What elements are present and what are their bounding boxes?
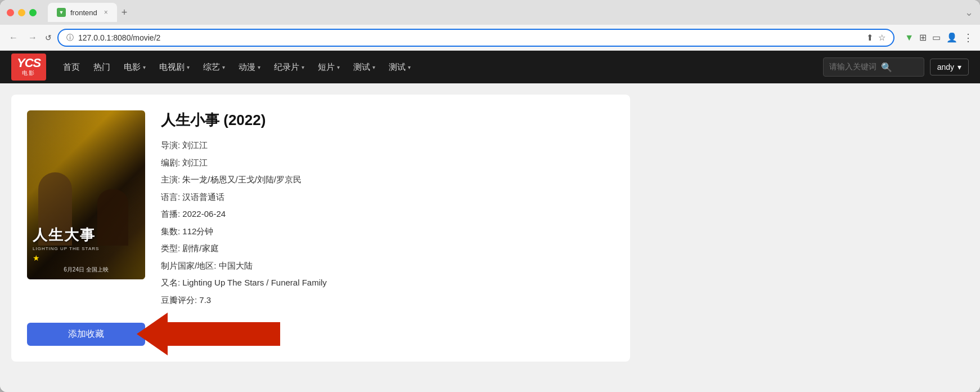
- movie-info-row: 人生大事 LIGHTING UP THE STARS ★ 6月24日 全国上映 …: [27, 110, 614, 311]
- apps-icon[interactable]: ⊞: [919, 32, 927, 43]
- address-bar[interactable]: ⓘ 127.0.0.1:8080/movie/2 ⬆ ☆: [57, 29, 894, 47]
- search-placeholder-text: 请输入关键词: [829, 62, 876, 72]
- detail-region: 制片国家/地区: 中国大陆: [161, 260, 614, 273]
- profile-icon[interactable]: 👤: [946, 32, 957, 43]
- movie-title: 人生小事 (2022): [161, 110, 614, 130]
- action-row: 添加收藏: [27, 322, 614, 346]
- arrow-head: [137, 313, 168, 355]
- user-menu-button[interactable]: andy ▾: [930, 59, 969, 75]
- detail-episodes: 集数: 112分钟: [161, 225, 614, 238]
- lock-icon: ⓘ: [66, 33, 74, 43]
- nav-item-tv[interactable]: 电视剧▾: [154, 57, 195, 77]
- detail-language: 语言: 汉语普通话: [161, 191, 614, 204]
- refresh-button[interactable]: ↺: [45, 33, 52, 42]
- main-content: 人生大事 LIGHTING UP THE STARS ★ 6月24日 全国上映 …: [0, 83, 980, 392]
- detail-airdate: 首播: 2022-06-24: [161, 208, 614, 221]
- nav-item-anime[interactable]: 动漫▾: [233, 57, 266, 77]
- nav-item-hot[interactable]: 热门: [88, 57, 116, 77]
- arrow-shaft: [168, 322, 280, 346]
- tab-favicon-icon: [57, 8, 66, 17]
- nav-item-test2[interactable]: 测试▾: [383, 57, 416, 77]
- movie-poster: 人生大事 LIGHTING UP THE STARS ★ 6月24日 全国上映: [27, 110, 145, 279]
- browser-window: frontend × + ⌄ ← → ↺ ⓘ 127.0.0.1:8080/mo…: [0, 0, 980, 392]
- search-area: 请输入关键词 🔍 andy ▾: [823, 57, 969, 77]
- detail-cast: 主演: 朱一龙/杨恩又/王戈/刘陆/罗京民: [161, 173, 614, 186]
- nav-item-movies[interactable]: 电影▾: [118, 57, 151, 77]
- nav-item-test1[interactable]: 测试▾: [348, 57, 381, 77]
- movie-details: 人生小事 (2022) 导演: 刘江江 编剧: 刘江江 主演: 朱一龙/杨恩又/…: [161, 110, 614, 311]
- detail-director: 导演: 刘江江: [161, 139, 614, 152]
- address-bar-icons: ⬆ ☆: [866, 33, 885, 43]
- maximize-button[interactable]: [29, 9, 37, 16]
- detail-also-known: 又名: Lighting Up The Stars / Funeral Fami…: [161, 277, 614, 289]
- search-box[interactable]: 请输入关键词 🔍: [823, 57, 924, 77]
- nav-item-home[interactable]: 首页: [57, 57, 86, 77]
- minimize-button[interactable]: [18, 9, 25, 16]
- logo-text: YCS: [17, 57, 41, 69]
- nav-item-documentary[interactable]: 纪录片▾: [268, 57, 310, 77]
- logo-subtitle: 电影: [22, 69, 35, 77]
- new-tab-button[interactable]: +: [122, 7, 128, 19]
- poster-title-en: LIGHTING UP THE STARS: [27, 246, 145, 251]
- close-button[interactable]: [7, 9, 14, 16]
- window-controls[interactable]: ⌄: [965, 6, 973, 19]
- add-favorite-button[interactable]: 添加收藏: [27, 323, 145, 346]
- nav-item-variety[interactable]: 综艺▾: [197, 57, 231, 77]
- user-name-label: andy: [937, 63, 954, 72]
- title-bar: frontend × + ⌄: [0, 0, 980, 25]
- user-dropdown-icon: ▾: [957, 63, 961, 72]
- traffic-lights: [7, 9, 37, 16]
- nav-item-shorts[interactable]: 短片▾: [312, 57, 345, 77]
- browser-menu-button[interactable]: ⋮: [963, 32, 973, 44]
- poster-title-cn: 人生大事: [27, 221, 145, 246]
- poster-star: ★: [27, 251, 145, 265]
- app-navbar: YCS 电影 首页 热门 电影▾ 电视剧▾ 综艺▾ 动漫▾ 纪录片▾ 短片▾ 测…: [0, 51, 980, 83]
- poster-date: 6月24日 全国上映: [27, 265, 145, 279]
- address-bar-row: ← → ↺ ⓘ 127.0.0.1:8080/movie/2 ⬆ ☆ ▼ ⊞ ▭…: [0, 25, 980, 51]
- url-text: 127.0.0.1:8080/movie/2: [78, 33, 862, 42]
- detail-writer: 编剧: 刘江江: [161, 157, 614, 170]
- tab-close-button[interactable]: ×: [104, 8, 108, 16]
- detail-rating: 豆瓣评分: 7.3: [161, 294, 614, 307]
- tab-bar: frontend × +: [48, 3, 960, 22]
- forward-button[interactable]: →: [26, 33, 39, 43]
- back-button[interactable]: ←: [7, 33, 20, 43]
- red-arrow: [168, 322, 280, 346]
- active-tab[interactable]: frontend ×: [48, 3, 117, 22]
- share-icon[interactable]: ⬆: [866, 33, 874, 43]
- app-logo[interactable]: YCS 电影: [11, 54, 46, 81]
- sidebar-icon[interactable]: ▭: [932, 32, 941, 43]
- search-icon[interactable]: 🔍: [881, 62, 892, 73]
- arrow-indicator: [168, 322, 280, 346]
- movie-card: 人生大事 LIGHTING UP THE STARS ★ 6月24日 全国上映 …: [11, 95, 630, 362]
- tab-label: frontend: [70, 8, 97, 17]
- browser-toolbar: ▼ ⊞ ▭ 👤 ⋮: [905, 32, 973, 44]
- extensions-icon[interactable]: ▼: [905, 33, 914, 43]
- detail-genre: 类型: 剧情/家庭: [161, 242, 614, 255]
- nav-items: 首页 热门 电影▾ 电视剧▾ 综艺▾ 动漫▾ 纪录片▾ 短片▾ 测试▾ 测试▾: [57, 57, 822, 77]
- bookmark-icon[interactable]: ☆: [878, 33, 885, 43]
